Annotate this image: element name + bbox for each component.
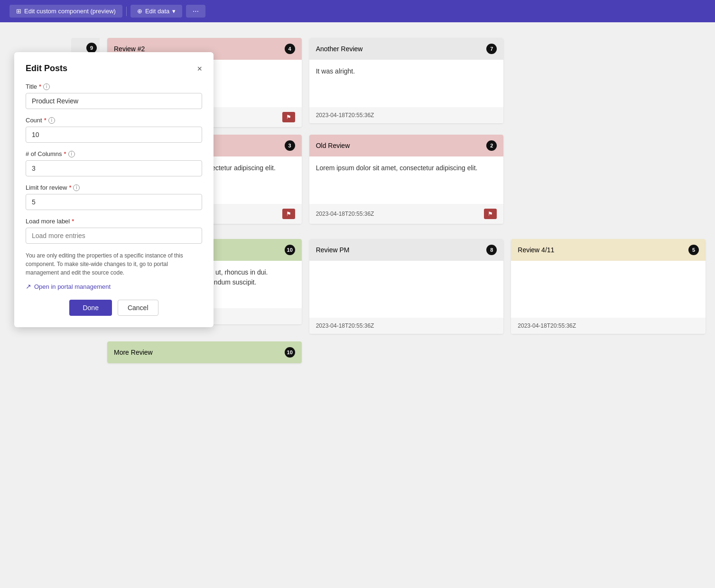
flag-button-r1[interactable]: ⚑ [282, 112, 295, 122]
card-title-r8: More Review [114, 349, 153, 356]
card-header-r8: More Review 10 [107, 341, 302, 363]
title-field-group: Title * i [26, 83, 202, 109]
limit-field-group: Limit for review * i [26, 184, 202, 210]
required-star-count: * [44, 117, 46, 124]
card-title-r6: Review PM [316, 246, 350, 254]
modal-header: Edit Posts × [26, 64, 202, 74]
limit-info-icon[interactable]: i [73, 184, 80, 191]
modal-overlay: Edit Posts × Title * i Count * i [14, 52, 214, 327]
toolbar: ⊞ Edit custom component (preview) ⊕ Edit… [0, 0, 715, 22]
edit-data-button[interactable]: ⊕ Edit data ▾ [130, 5, 182, 18]
card-header-r6: Review PM 8 [309, 239, 504, 261]
required-star-cols: * [64, 150, 66, 157]
title-info-icon[interactable]: i [43, 83, 50, 90]
card-footer-r4: 2023-04-18T20:55:36Z ⚑ [309, 204, 504, 224]
edit-data-icon: ⊕ [137, 8, 142, 15]
card-badge-r1: 4 [285, 44, 295, 54]
card-date-r6: 2023-04-18T20:55:36Z [316, 322, 374, 329]
count-label: Count * i [26, 117, 202, 124]
review-card-r2: Another Review 7 It was alright. 2023-04… [309, 38, 504, 123]
review-card-r7: Review 4/11 5 2023-04-18T20:55:36Z [511, 239, 706, 334]
card-header-r7: Review 4/11 5 [511, 239, 706, 261]
card-date-r7: 2023-04-18T20:55:36Z [518, 322, 576, 329]
required-star-load: * [72, 218, 74, 225]
card-badge-r8: 10 [285, 347, 295, 358]
chevron-down-icon: ▾ [172, 8, 176, 15]
edit-posts-modal: Edit Posts × Title * i Count * i [14, 52, 214, 327]
count-field-group: Count * i [26, 117, 202, 143]
portal-management-link[interactable]: ↗ Open in portal management [26, 283, 202, 290]
card-body-r2: It was alright. [309, 60, 504, 107]
card-footer-r2: 2023-04-18T20:55:36Z [309, 107, 504, 123]
card-title-r1: Review #2 [114, 45, 145, 53]
card-title-r7: Review 4/11 [518, 246, 554, 254]
card-badge-r5: 10 [285, 245, 295, 255]
toolbar-separator [126, 7, 127, 16]
columns-field-group: # of Columns * i [26, 150, 202, 176]
edit-component-button[interactable]: ⊞ Edit custom component (preview) [9, 5, 122, 18]
title-input[interactable] [26, 93, 202, 109]
limit-input[interactable] [26, 194, 202, 210]
columns-input[interactable] [26, 160, 202, 176]
review-card-r4: Old Review 2 Lorem ipsum dolor sit amet,… [309, 135, 504, 224]
card-badge-r2: 7 [486, 44, 497, 54]
modal-title: Edit Posts [26, 64, 67, 74]
card-badge-r7: 5 [688, 245, 699, 255]
card-footer-r7: 2023-04-18T20:55:36Z [511, 318, 706, 334]
card-header-r2: Another Review 7 [309, 38, 504, 60]
card-title-r2: Another Review [316, 45, 363, 53]
modal-close-button[interactable]: × [197, 64, 202, 73]
card-header-r4: Old Review 2 [309, 135, 504, 156]
card-date-r2: 2023-04-18T20:55:36Z [316, 112, 374, 119]
card-body-r6 [309, 261, 504, 318]
main-content: Edit Posts × Title * i Count * i [0, 24, 715, 373]
card-badge-r6: 8 [486, 245, 497, 255]
flag-button-r4[interactable]: ⚑ [484, 209, 497, 219]
card-title-r4: Old Review [316, 142, 350, 149]
load-more-label: Load more label * [26, 218, 202, 225]
done-button[interactable]: Done [69, 300, 111, 316]
card-badge-r3: 3 [285, 140, 295, 151]
review-card-r6: Review PM 8 2023-04-18T20:55:36Z [309, 239, 504, 334]
card-body-r7 [511, 261, 706, 318]
flag-button-r3[interactable]: ⚑ [282, 209, 295, 219]
columns-info-icon[interactable]: i [68, 151, 75, 157]
external-link-icon: ↗ [26, 283, 31, 290]
component-icon: ⊞ [16, 8, 21, 15]
modal-footer: Done Cancel [26, 300, 202, 316]
load-more-field-group: Load more label * [26, 218, 202, 244]
card-body-r4: Lorem ipsum dolor sit amet, consectetur … [309, 156, 504, 204]
helper-text: You are only editing the properties of a… [26, 251, 202, 277]
card-badge-r4: 2 [486, 140, 497, 151]
partial-badge-1: 9 [86, 43, 97, 53]
columns-label: # of Columns * i [26, 150, 202, 157]
cancel-button[interactable]: Cancel [118, 300, 158, 316]
card-date-r4: 2023-04-18T20:55:36Z [316, 211, 374, 217]
more-options-button[interactable]: ⋯ [186, 5, 205, 18]
required-star-limit: * [69, 184, 71, 191]
title-label: Title * i [26, 83, 202, 90]
count-info-icon[interactable]: i [48, 117, 55, 124]
review-card-r8: More Review 10 [107, 341, 302, 363]
limit-label: Limit for review * i [26, 184, 202, 191]
count-input[interactable] [26, 127, 202, 143]
required-star: * [39, 83, 41, 90]
card-footer-r6: 2023-04-18T20:55:36Z [309, 318, 504, 334]
load-more-input[interactable] [26, 228, 202, 244]
